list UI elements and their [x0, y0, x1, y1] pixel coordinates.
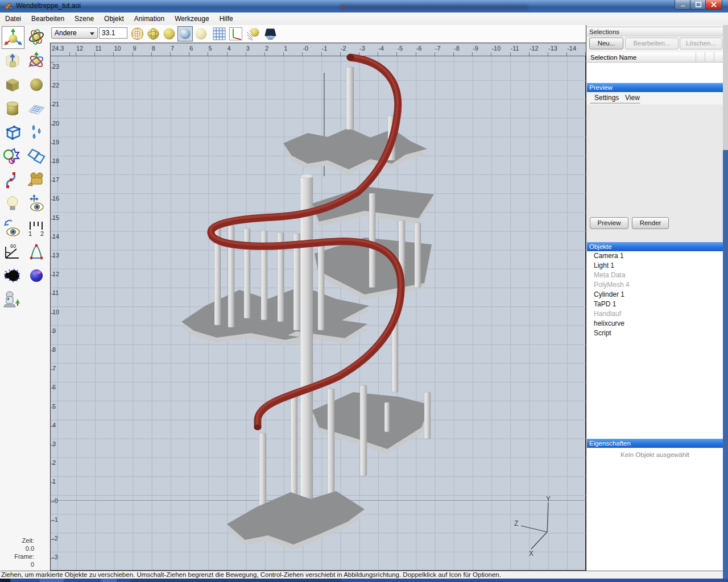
tool-move-object[interactable]: [2, 26, 24, 49]
tool-resize-object[interactable]: [2, 50, 24, 73]
tool-pan-view[interactable]: [26, 193, 48, 216]
post: [424, 392, 431, 439]
menu-bearbeiten[interactable]: Bearbeiten: [26, 13, 69, 25]
coordinate-axes-icon[interactable]: [228, 26, 243, 41]
frame-value: 0: [0, 560, 34, 568]
object-row[interactable]: Cylinder 1: [587, 290, 723, 300]
tool-create-sphere[interactable]: [26, 74, 48, 97]
object-row[interactable]: helixcurve: [587, 319, 723, 329]
object-row[interactable]: Camera 1: [587, 251, 723, 261]
scene-viewport[interactable]: 24.3121110987654321-0-1-2-3-4-5-6-7-8-9-…: [50, 43, 586, 571]
tool-scripted-object[interactable]: [2, 289, 24, 311]
object-row[interactable]: Meta Data: [587, 271, 723, 280]
tool-protractor[interactable]: 60: [2, 241, 24, 264]
tool-fractal[interactable]: [2, 265, 24, 288]
tab-view[interactable]: View: [622, 93, 643, 103]
sphere-icon: [27, 75, 46, 94]
object-row[interactable]: Script: [587, 329, 723, 338]
taskbar-segment: [0, 579, 10, 582]
tool-create-camera[interactable]: [26, 169, 48, 192]
neu-button[interactable]: Neu...: [589, 38, 623, 49]
tool-texture-ball[interactable]: [26, 265, 48, 288]
bearbeiten-button[interactable]: Bearbeiten...: [625, 38, 679, 49]
view-mode-select[interactable]: Andere: [51, 27, 98, 39]
tool-create-curve[interactable]: [2, 169, 24, 192]
properties-area: Kein Objekt ausgewählt: [587, 448, 723, 570]
no-object-selected-text: Kein Objekt ausgewählt: [621, 451, 689, 458]
light-bulb-icon: [3, 194, 22, 214]
grid-size-input[interactable]: [99, 27, 127, 39]
flat-display-icon[interactable]: [193, 26, 209, 41]
tool-create-cylinder[interactable]: [2, 98, 24, 120]
eigenschaften-header: Eigenschaften: [587, 439, 723, 448]
tool-palette: 1 2 60: [0, 25, 50, 571]
grid-toggle-icon[interactable]: [212, 26, 227, 41]
background-window-sliver-gray: [723, 25, 728, 150]
rotate-view-axes-icon: [27, 51, 46, 70]
tool-create-spline-mesh[interactable]: [26, 98, 48, 120]
camera-icon: [27, 171, 46, 190]
wireframe-display-icon[interactable]: [130, 26, 145, 41]
selections-header: Selections: [587, 27, 723, 36]
app-icon: [4, 2, 13, 11]
column-separator: [714, 52, 714, 63]
tool-rotate-view[interactable]: [2, 217, 24, 240]
tool-create-tube[interactable]: [26, 146, 48, 168]
cylinder-icon: [3, 99, 22, 118]
object-row[interactable]: Light 1: [587, 261, 723, 271]
smooth-display-icon[interactable]: [162, 26, 177, 41]
render-button[interactable]: Render: [632, 217, 669, 229]
mesh-display-icon[interactable]: [146, 26, 161, 41]
menu-werkzeuge[interactable]: Werkzeuge: [169, 13, 214, 25]
scene-lamp-icon[interactable]: [263, 26, 278, 41]
minimize-button[interactable]: [675, 0, 691, 10]
menu-hilfe[interactable]: Hilfe: [214, 13, 238, 25]
object-row[interactable]: TaPD 1: [587, 300, 723, 309]
menu-szene[interactable]: Szene: [69, 13, 99, 25]
object-row[interactable]: PolyMesh 4: [587, 280, 723, 290]
textured-display-icon[interactable]: [177, 26, 193, 41]
tool-rotate-object[interactable]: [26, 26, 48, 49]
preview-button[interactable]: Preview: [590, 217, 628, 229]
close-button[interactable]: [705, 0, 722, 10]
maximize-button[interactable]: [690, 0, 706, 10]
rotate-view-icon: [3, 218, 22, 238]
tool-measure[interactable]: 1 2: [26, 217, 48, 240]
spline-mesh-icon: [27, 99, 46, 118]
resize-object-icon: [3, 51, 22, 70]
background-window-dot: [341, 5, 345, 9]
time-value: 0.0: [0, 544, 34, 552]
tool-boolean-modelling[interactable]: [2, 146, 24, 168]
menu-animation[interactable]: Animation: [129, 13, 169, 25]
time-label: Zeit:: [0, 537, 34, 544]
cube-icon: [3, 75, 22, 94]
post: [291, 391, 297, 502]
axis-y-label: Y: [546, 495, 551, 503]
post: [415, 223, 421, 288]
post: [328, 389, 334, 494]
view-toolbar: Andere: [50, 25, 586, 43]
tab-settings[interactable]: Settings: [591, 93, 622, 103]
menu-datei[interactable]: Datei: [0, 13, 26, 25]
object-row[interactable]: Handlauf: [587, 309, 723, 319]
tool-create-polymesh[interactable]: [2, 122, 24, 144]
selections-list[interactable]: [587, 63, 723, 83]
tube-icon: [27, 147, 46, 166]
selection-name-column-header[interactable]: Selection Name: [587, 52, 723, 63]
tool-create-light[interactable]: [2, 193, 24, 216]
tool-create-cube[interactable]: [2, 74, 24, 97]
render-preview-icon[interactable]: [246, 26, 261, 41]
preview-header: Preview: [587, 83, 723, 92]
measure-icon: 1 2: [27, 218, 46, 238]
platform-bottom: [227, 491, 365, 550]
right-panel: Selections Neu... Bearbeiten... Löschen.…: [586, 25, 723, 571]
staircase-scene: Y Z X: [51, 43, 586, 571]
tool-create-fluid-drops[interactable]: [26, 122, 48, 144]
post: [346, 67, 354, 130]
menu-objekt[interactable]: Objekt: [99, 13, 129, 25]
tool-create-polygon[interactable]: [26, 241, 48, 264]
loeschen-button[interactable]: Löschen...: [680, 38, 722, 49]
tool-rotate-view-axes[interactable]: [26, 50, 48, 73]
close-icon: [711, 2, 717, 7]
window-title: Wendeltreppe_tut.aoi: [16, 2, 81, 10]
